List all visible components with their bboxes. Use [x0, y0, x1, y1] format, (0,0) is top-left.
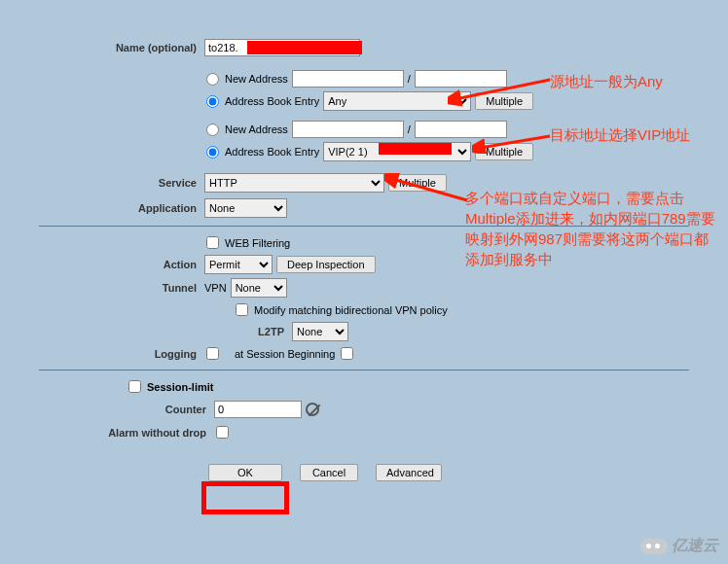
slash2: / [408, 123, 411, 135]
svg-line-0 [455, 80, 550, 99]
arrow-dest [472, 124, 560, 154]
arrow-source [448, 68, 555, 107]
src-new-addr-input1[interactable] [292, 70, 404, 88]
cloud-icon [640, 539, 668, 554]
redaction-name [247, 41, 362, 54]
name-label: Name (optional) [0, 42, 204, 53]
session-limit-label: Session-limit [147, 381, 213, 393]
src-new-address-radio[interactable] [206, 73, 219, 86]
dst-address-book-radio[interactable] [206, 146, 219, 159]
advanced-button[interactable]: Advanced [376, 464, 442, 481]
session-limit-checkbox[interactable] [128, 380, 141, 393]
vpn-policy-label: Modify matching bidirectional VPN policy [254, 304, 448, 316]
action-select[interactable]: Permit [204, 255, 273, 274]
arrow-service [384, 173, 472, 212]
svg-line-2 [392, 179, 467, 200]
src-new-address-label: New Address [225, 73, 288, 85]
application-label: Application [0, 202, 204, 214]
vpn-policy-checkbox[interactable] [236, 303, 248, 316]
src-address-book-label: Address Book Entry [225, 95, 319, 107]
application-select[interactable]: None [204, 198, 287, 218]
dst-new-addr-input1[interactable] [292, 121, 404, 138]
l2tp-select[interactable]: None [292, 322, 348, 341]
ok-button[interactable]: OK [208, 464, 282, 481]
logging-label: Logging [0, 348, 204, 360]
watermark: 亿速云 [640, 536, 718, 556]
tunnel-label: Tunnel [0, 282, 204, 294]
svg-line-1 [480, 136, 550, 148]
service-label: Service [0, 177, 204, 189]
src-address-book-radio[interactable] [206, 95, 219, 108]
redaction-dest [379, 143, 452, 155]
l2tp-label: L2TP [0, 326, 292, 337]
logging-text: at Session Beginning [235, 348, 335, 360]
dst-new-address-radio[interactable] [206, 123, 219, 136]
alarm-label: Alarm without drop [0, 427, 214, 439]
web-filtering-label: WEB Filtering [225, 237, 290, 249]
ok-highlight-box [201, 481, 289, 514]
web-filtering-checkbox[interactable] [206, 236, 219, 249]
vpn-select[interactable]: None [231, 278, 287, 298]
action-label: Action [0, 259, 204, 270]
logging-checkbox[interactable] [206, 347, 219, 360]
slash: / [408, 73, 411, 85]
cancel-button[interactable]: Cancel [300, 464, 358, 481]
alarm-checkbox[interactable] [216, 426, 229, 439]
counter-input[interactable] [214, 401, 302, 418]
service-select[interactable]: HTTP [204, 173, 384, 193]
annotation-dest: 目标地址选择VIP地址 [550, 124, 720, 145]
deep-inspection-button[interactable]: Deep Inspection [276, 256, 376, 273]
dst-address-book-label: Address Book Entry [225, 146, 319, 158]
counter-label: Counter [0, 404, 214, 415]
dst-new-address-label: New Address [225, 123, 288, 135]
not-allowed-icon [306, 403, 319, 416]
annotation-source: 源地址一般为Any [550, 71, 720, 91]
session-begin-checkbox[interactable] [341, 347, 353, 360]
annotation-service: 多个端口或自定义端口，需要点击Multiple添加进来，如内网端口789需要映射… [465, 188, 716, 269]
vpn-sublabel: VPN [204, 282, 227, 294]
